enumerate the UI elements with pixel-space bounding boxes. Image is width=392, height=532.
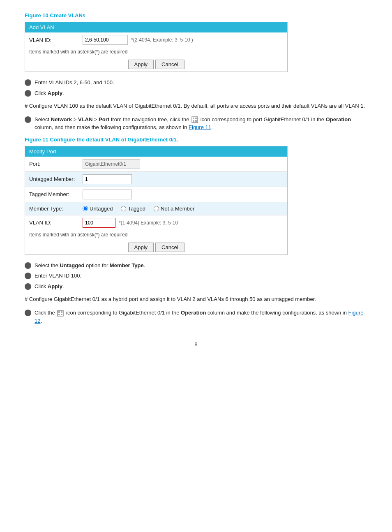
figure11-link[interactable]: Figure 11: [189, 124, 211, 130]
svg-rect-2: [195, 118, 197, 119]
radio-not-a-member[interactable]: Not a Member: [154, 206, 194, 212]
add-vlan-header: Add VLAN: [25, 22, 287, 32]
bullet-text: Enter VLAN ID 100.: [35, 272, 81, 280]
operation-icon: [191, 116, 198, 123]
modify-port-header: Modify Port: [25, 146, 287, 157]
add-vlan-body: VLAN ID: *(2-4094, Example: 3, 5-10 ): [25, 32, 287, 47]
bullet-dot: [25, 116, 31, 123]
vlan-id-label: VLAN ID:: [29, 37, 83, 43]
add-vlan-panel: Add VLAN VLAN ID: *(2-4094, Example: 3, …: [25, 22, 288, 72]
fig10-apply-button[interactable]: Apply: [128, 60, 154, 69]
port-row: Port:: [25, 157, 287, 172]
svg-rect-8: [58, 314, 60, 315]
fig11-cancel-button[interactable]: Cancel: [155, 243, 184, 252]
page-number: 8: [25, 341, 367, 347]
member-type-row: Member Type: Untagged Tagged Not a Membe…: [25, 202, 287, 215]
figure11-title: Figure 11 Configure the default VLAN of …: [25, 136, 367, 143]
radio-untagged-input[interactable]: [83, 206, 88, 211]
operation-icon2: [57, 310, 64, 317]
untagged-member-input[interactable]: [83, 174, 132, 184]
bullet-text: Enter VLAN IDs 2, 6-50, and 100.: [35, 79, 114, 87]
vlan-id-label-fig11: VLAN ID:: [29, 220, 83, 226]
radio-untagged[interactable]: Untagged: [83, 206, 113, 212]
port-label: Port:: [29, 161, 83, 167]
radio-tagged[interactable]: Tagged: [121, 206, 145, 212]
port-input: [83, 159, 140, 169]
member-type-label: Member Type:: [29, 206, 83, 212]
bullets-section1: Enter VLAN IDs 2, 6-50, and 100. Click A…: [25, 79, 367, 97]
bullet-text: Select Network > VLAN > Port from the na…: [35, 116, 367, 132]
vlan-id-row-fig11: VLAN ID: *(1-4094) Example: 3, 5-10: [25, 215, 287, 230]
svg-rect-4: [195, 120, 197, 122]
required-note-fig11: Items marked with an asterisk(*) are req…: [25, 230, 287, 240]
list-item: Enter VLAN ID 100.: [25, 272, 367, 280]
modify-port-panel: Modify Port Port: Untagged Member: Tagge…: [25, 146, 288, 255]
para2: # Configure GigabitEthernet 0/1 as a hyb…: [25, 295, 367, 304]
radio-tagged-input[interactable]: [121, 206, 126, 211]
list-item: Select the Untagged option for Member Ty…: [25, 261, 367, 270]
list-item: Click the icon corresponding to GigabitE…: [25, 309, 367, 325]
bullets-section4: Click the icon corresponding to GigabitE…: [25, 309, 367, 325]
bullet-dot: [25, 283, 31, 290]
list-item: Select Network > VLAN > Port from the na…: [25, 116, 367, 132]
vlan-id-row: VLAN ID: *(2-4094, Example: 3, 5-10 ): [25, 32, 287, 47]
untagged-member-row: Untagged Member:: [25, 172, 287, 187]
bullets-section3: Select the Untagged option for Member Ty…: [25, 261, 367, 291]
para1: # Configure VLAN 100 as the default VLAN…: [25, 102, 367, 111]
member-type-radio-group: Untagged Tagged Not a Member: [83, 206, 194, 212]
list-item: Click Apply.: [25, 282, 367, 291]
bullet-text: Click the icon corresponding to GigabitE…: [35, 309, 367, 325]
bullet-dot: [25, 310, 31, 316]
svg-rect-9: [61, 314, 62, 315]
svg-rect-1: [193, 118, 194, 119]
required-note-fig10: Items marked with an asterisk(*) are req…: [25, 47, 287, 57]
fig10-cancel-button[interactable]: Cancel: [155, 60, 184, 69]
fig11-btn-row: Apply Cancel: [25, 240, 287, 254]
vlan-id-hint: *(2-4094, Example: 3, 5-10 ): [131, 37, 193, 43]
tagged-member-row: Tagged Member:: [25, 187, 287, 202]
bullet-text: Click Apply.: [35, 282, 64, 291]
list-item: Enter VLAN IDs 2, 6-50, and 100.: [25, 79, 367, 87]
vlan-id-hint-fig11: *(1-4094) Example: 3, 5-10: [119, 220, 178, 226]
vlan-id-input[interactable]: [83, 35, 128, 45]
list-item: Click Apply.: [25, 89, 367, 97]
svg-rect-6: [58, 311, 60, 313]
bullet-text: Click Apply.: [35, 89, 64, 97]
tagged-member-label: Tagged Member:: [29, 191, 83, 197]
svg-rect-3: [193, 120, 194, 122]
vlan-id-input-fig11[interactable]: [83, 218, 115, 228]
radio-not-a-member-input[interactable]: [154, 206, 159, 211]
bullets-section2: Select Network > VLAN > Port from the na…: [25, 116, 367, 132]
svg-rect-7: [61, 311, 62, 313]
bullet-dot: [25, 90, 31, 97]
untagged-member-label: Untagged Member:: [29, 176, 83, 182]
fig11-apply-button[interactable]: Apply: [128, 243, 154, 252]
bullet-dot: [25, 262, 31, 269]
fig10-btn-row: Apply Cancel: [25, 57, 287, 72]
bullet-dot: [25, 273, 31, 279]
figure10-title: Figure 10 Create VLANs: [25, 12, 367, 19]
bullet-dot: [25, 79, 31, 86]
modify-port-body: Port: Untagged Member: Tagged Member: Me…: [25, 157, 287, 230]
bullet-text: Select the Untagged option for Member Ty…: [35, 261, 145, 270]
tagged-member-input[interactable]: [83, 190, 132, 199]
